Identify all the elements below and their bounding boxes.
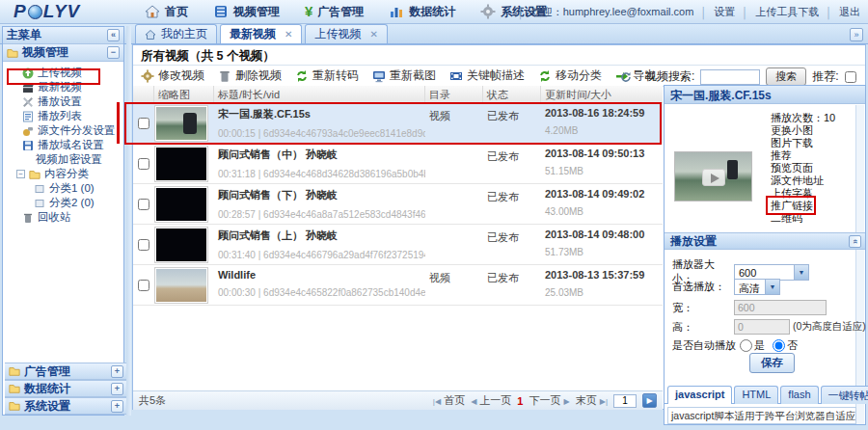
first-page-button[interactable]: |◀ 首页 bbox=[433, 393, 465, 408]
recommend-link[interactable]: 推荐 bbox=[771, 149, 835, 162]
sidebar-item-play-domain[interactable]: 播放域名设置 bbox=[3, 138, 123, 152]
header-thumbnail[interactable]: 缩略图 bbox=[154, 86, 214, 102]
video-thumbnail[interactable] bbox=[154, 227, 208, 263]
tree-collapse-icon[interactable]: − bbox=[16, 170, 25, 178]
prev-page-button[interactable]: ◀ 上一页 bbox=[471, 393, 511, 408]
edit-video-button[interactable]: 修改视频 bbox=[139, 67, 206, 85]
nav-ad-management[interactable]: ¥ 广告管理 bbox=[305, 4, 364, 20]
tab-html[interactable]: HTML bbox=[734, 386, 778, 404]
detail-scrollbar[interactable] bbox=[855, 105, 864, 424]
retranscode-button[interactable]: 重新转码 bbox=[293, 67, 361, 85]
sidebar-collapse-icon[interactable]: « bbox=[107, 29, 120, 41]
tab-one-click[interactable]: 一键转帖 bbox=[821, 386, 868, 404]
keyframe-desc-button[interactable]: 关键帧描述 bbox=[448, 67, 527, 85]
sidebar-item-playlist[interactable]: 播放列表 bbox=[3, 109, 123, 123]
header-updated[interactable]: 更新时间/大小 bbox=[541, 86, 663, 102]
search-button[interactable]: 搜索 bbox=[766, 67, 806, 86]
tab-latest-videos[interactable]: 最新视频 ✕ bbox=[220, 24, 302, 43]
sidebar-item-play-settings[interactable]: 播放设置 bbox=[3, 94, 123, 109]
video-thumbnail[interactable] bbox=[154, 105, 208, 142]
table-row[interactable]: 顾问式销售（中） 孙晓岐 00:31:18 | 6d934e4c468d3462… bbox=[133, 144, 663, 184]
tab-javascript[interactable]: javascript bbox=[667, 386, 732, 404]
video-thumbnail[interactable] bbox=[154, 146, 208, 182]
sidebar-item-category-1[interactable]: 分类1 (0) bbox=[3, 181, 123, 196]
video-title[interactable]: 顾问式销售（上） 孙晓岐 bbox=[218, 228, 425, 243]
image-download-link[interactable]: 图片下载 bbox=[771, 137, 835, 149]
trash-icon bbox=[22, 212, 34, 224]
save-button[interactable]: 保存 bbox=[749, 353, 795, 373]
nav-statistics[interactable]: 数据统计 bbox=[389, 4, 455, 20]
header-status[interactable]: 状态 bbox=[483, 86, 541, 102]
close-icon[interactable]: ✕ bbox=[285, 29, 292, 40]
video-title[interactable]: 宋一国.服装.CF.15s bbox=[218, 107, 425, 121]
expand-plus-icon[interactable]: + bbox=[111, 400, 123, 413]
table-row[interactable]: Wildlife 00:00:30 | 6d934e4c465822f0a862… bbox=[133, 265, 663, 306]
preview-page-link[interactable]: 预览页面 bbox=[771, 162, 835, 175]
sidebar-item-source-distribution[interactable]: 源文件分发设置 bbox=[3, 123, 123, 138]
expand-plus-icon[interactable]: + bbox=[111, 365, 123, 378]
player-size-select[interactable]: 600 ▼ bbox=[734, 264, 809, 281]
header-directory[interactable]: 目录 bbox=[425, 86, 483, 102]
sidebar-item-latest-videos[interactable]: 最新视频 bbox=[3, 80, 123, 94]
collapse-minus-icon[interactable]: − bbox=[107, 46, 120, 59]
row-checkbox[interactable] bbox=[138, 280, 149, 291]
nav-video-management[interactable]: 视频管理 bbox=[213, 4, 280, 20]
tab-flash[interactable]: flash bbox=[780, 386, 818, 404]
sidebar-item-recycle-bin[interactable]: 回收站 bbox=[3, 210, 123, 225]
nav-home[interactable]: 首页 bbox=[145, 4, 188, 20]
table-row[interactable]: 宋一国.服装.CF.15s 00:00:15 | 6d934e4c46793a4… bbox=[133, 103, 663, 144]
video-thumbnail[interactable] bbox=[154, 267, 208, 304]
play-icon[interactable] bbox=[702, 169, 725, 186]
qrcode-link[interactable]: 二维码 bbox=[771, 212, 835, 225]
move-category-button[interactable]: 移动分类 bbox=[536, 67, 604, 85]
change-thumb-link[interactable]: 更换小图 bbox=[771, 124, 835, 137]
sidebar-section-system[interactable]: 系统设置 + bbox=[5, 397, 127, 415]
sidebar-tree-content-category[interactable]: − 内容分类 bbox=[3, 167, 123, 181]
last-page-button[interactable]: 末页 ▶| bbox=[576, 393, 608, 408]
video-title[interactable]: Wildlife bbox=[218, 269, 425, 281]
table-row[interactable]: 顾问式销售（上） 孙晓岐 00:31:40 | 6d934e4c466796a2… bbox=[133, 225, 663, 265]
tab-upload-video[interactable]: 上传视频 ✕ bbox=[305, 24, 387, 43]
preview-thumbnail[interactable] bbox=[674, 151, 752, 202]
sidebar-item-category-2[interactable]: 分类2 (0) bbox=[3, 196, 123, 210]
autoplay-no-radio[interactable] bbox=[773, 339, 785, 352]
recommend-checkbox[interactable] bbox=[845, 71, 856, 83]
logout-link[interactable]: 退出 bbox=[839, 5, 860, 19]
height-input[interactable] bbox=[734, 319, 790, 335]
go-page-button[interactable]: ▶ bbox=[642, 393, 657, 408]
video-search-input[interactable] bbox=[700, 69, 760, 85]
source-file-link[interactable]: 源文件地址 bbox=[771, 175, 835, 187]
panel-collapse-icon[interactable]: » bbox=[850, 28, 863, 41]
settings-link[interactable]: 设置 bbox=[714, 5, 735, 19]
upload-tool-link[interactable]: 上传工具下载 bbox=[755, 5, 819, 19]
quality-select[interactable]: 高清 ▼ bbox=[734, 279, 780, 295]
next-page-button[interactable]: 下一页 ▶ bbox=[529, 393, 569, 408]
tab-my-home[interactable]: 我的主页 bbox=[135, 24, 217, 43]
delete-video-button[interactable]: 删除视频 bbox=[216, 67, 284, 85]
sidebar-splitter[interactable] bbox=[126, 26, 131, 416]
table-row[interactable]: 顾问式销售（下） 孙晓岐 00:28:57 | 6d934e4c46a8a7a5… bbox=[133, 184, 663, 225]
row-checkbox[interactable] bbox=[138, 199, 149, 210]
sidebar-section-video[interactable]: 视频管理 − bbox=[3, 44, 123, 62]
promo-link[interactable]: 推广链接 bbox=[771, 200, 835, 212]
close-icon[interactable]: ✕ bbox=[369, 29, 377, 40]
autoplay-yes-radio[interactable] bbox=[740, 339, 752, 352]
rescreenshot-button[interactable]: 重新截图 bbox=[370, 67, 438, 85]
sidebar-item-upload-video[interactable]: 上传视频 bbox=[3, 66, 123, 80]
video-title[interactable]: 顾问式销售（中） 孙晓岐 bbox=[218, 148, 425, 162]
collapse-up-icon[interactable]: « bbox=[849, 235, 861, 248]
row-checkbox[interactable] bbox=[138, 239, 149, 251]
width-input[interactable] bbox=[734, 300, 827, 315]
expand-plus-icon[interactable]: + bbox=[111, 383, 123, 395]
refresh-icon[interactable] bbox=[620, 71, 632, 83]
upload-subtitle-link[interactable]: 上传字幕 bbox=[771, 187, 835, 200]
sidebar-section-stats[interactable]: 数据统计 + bbox=[5, 380, 127, 397]
video-title[interactable]: 顾问式销售（下） 孙晓岐 bbox=[218, 188, 425, 202]
row-checkbox[interactable] bbox=[138, 118, 149, 129]
sidebar-section-ad[interactable]: 广告管理 + bbox=[5, 363, 127, 380]
page-input[interactable] bbox=[613, 394, 637, 408]
sidebar-item-video-encryption[interactable]: 视频加密设置 bbox=[3, 152, 123, 167]
header-title-vid[interactable]: 标题/时长/vid bbox=[214, 86, 425, 102]
video-thumbnail[interactable] bbox=[154, 186, 208, 223]
row-checkbox[interactable] bbox=[138, 158, 149, 170]
